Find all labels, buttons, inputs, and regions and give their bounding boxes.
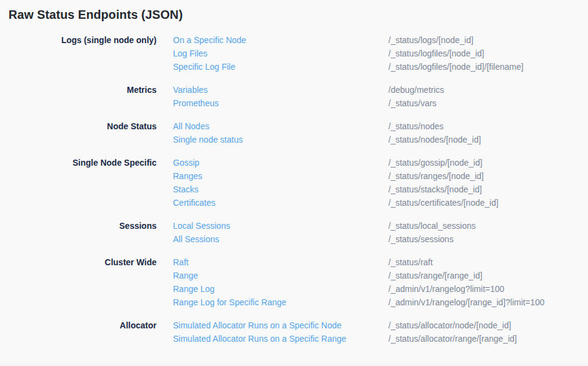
endpoint-link[interactable]: Ranges (173, 169, 388, 183)
section-category-label: Single Node Specific (0, 156, 173, 209)
endpoint-path: /_status/local_sessions (388, 219, 588, 232)
endpoint-path: /_status/nodes/[node_id] (388, 133, 588, 146)
raw-status-endpoints-page: Raw Status Endpoints (JSON) Logs (single… (0, 8, 588, 366)
endpoint-links-column: GossipRangesStacksCertificates (173, 156, 388, 209)
endpoint-paths-column: /_status/allocator/node/[node_id]/_statu… (388, 319, 588, 345)
endpoint-section: Node Status All NodesSingle node status … (0, 120, 588, 146)
endpoint-link[interactable]: Raft (173, 256, 388, 269)
endpoint-section: Sessions Local SessionsAll Sessions /_st… (0, 219, 588, 246)
endpoint-link[interactable]: Simulated Allocator Runs on a Specific N… (173, 319, 388, 332)
endpoint-links-column: VariablesPrometheus (173, 83, 388, 110)
endpoint-path: /_status/nodes (388, 120, 588, 133)
endpoint-section: Single Node Specific GossipRangesStacksC… (0, 156, 588, 209)
endpoint-link[interactable]: Single node status (173, 133, 388, 146)
endpoint-path: /_status/gossip/[node_id] (388, 156, 588, 169)
endpoint-path: /_status/stacks/[node_id] (388, 183, 588, 196)
endpoint-paths-column: /debug/metrics/_status/vars (388, 83, 588, 110)
endpoint-links-column: All NodesSingle node status (173, 120, 388, 146)
endpoint-path: /_status/logs/[node_id] (388, 33, 588, 47)
endpoint-section: Cluster Wide RaftRangeRange LogRange Log… (0, 256, 588, 309)
endpoint-link[interactable]: Range (173, 269, 388, 282)
endpoint-path: /_status/certificates/[node_id] (388, 196, 588, 209)
endpoint-paths-column: /_status/logs/[node_id]/_status/logfiles… (388, 33, 588, 73)
endpoint-path: /_status/logfiles/[node_id] (388, 47, 588, 60)
endpoint-path: /_status/allocator/range/[range_id] (388, 332, 588, 345)
endpoint-link[interactable]: Range Log (173, 282, 388, 296)
page-bottom-shade (0, 358, 588, 366)
endpoint-path: /debug/metrics (388, 83, 588, 97)
endpoint-link[interactable]: Simulated Allocator Runs on a Specific R… (173, 332, 388, 345)
endpoints-table: Logs (single node only) On a Specific No… (0, 33, 588, 345)
section-category-label: Node Status (0, 120, 173, 146)
section-category-label: Cluster Wide (0, 256, 173, 309)
endpoint-paths-column: /_status/raft/_status/range/[range_id]/_… (388, 256, 588, 309)
section-category-label: Sessions (0, 219, 173, 246)
endpoint-path: /_admin/v1/rangelog/[range_id]?limit=100 (388, 296, 588, 309)
endpoint-path: /_admin/v1/rangelog?limit=100 (388, 282, 588, 296)
endpoint-link[interactable]: Stacks (173, 183, 388, 196)
endpoint-paths-column: /_status/nodes/_status/nodes/[node_id] (388, 120, 588, 146)
endpoint-section: Allocator Simulated Allocator Runs on a … (0, 319, 588, 345)
endpoint-link[interactable]: All Nodes (173, 120, 388, 133)
endpoint-link[interactable]: On a Specific Node (173, 33, 388, 47)
endpoint-link[interactable]: All Sessions (173, 232, 388, 246)
endpoint-path: /_status/raft (388, 256, 588, 269)
endpoint-link[interactable]: Range Log for Specific Range (173, 296, 388, 309)
endpoint-paths-column: /_status/local_sessions/_status/sessions (388, 219, 588, 246)
endpoint-link[interactable]: Gossip (173, 156, 388, 169)
section-category-label: Allocator (0, 319, 173, 345)
endpoint-links-column: Simulated Allocator Runs on a Specific N… (173, 319, 388, 345)
endpoint-link[interactable]: Local Sessions (173, 219, 388, 232)
endpoint-link[interactable]: Prometheus (173, 97, 388, 110)
section-category-label: Logs (single node only) (0, 33, 173, 73)
endpoint-link[interactable]: Specific Log File (173, 60, 388, 73)
endpoint-path: /_status/range/[range_id] (388, 269, 588, 282)
endpoint-path: /_status/sessions (388, 232, 588, 246)
endpoint-links-column: On a Specific NodeLog FilesSpecific Log … (173, 33, 388, 73)
endpoint-link[interactable]: Log Files (173, 47, 388, 60)
page-title: Raw Status Endpoints (JSON) (8, 8, 588, 22)
endpoint-path: /_status/logfiles/[node_id]/[filename] (388, 60, 588, 73)
endpoint-links-column: RaftRangeRange LogRange Log for Specific… (173, 256, 388, 309)
endpoint-path: /_status/vars (388, 97, 588, 110)
endpoint-section: Metrics VariablesPrometheus /debug/metri… (0, 83, 588, 110)
endpoint-section: Logs (single node only) On a Specific No… (0, 33, 588, 73)
section-category-label: Metrics (0, 83, 173, 110)
endpoint-link[interactable]: Certificates (173, 196, 388, 209)
endpoint-link[interactable]: Variables (173, 83, 388, 97)
endpoint-path: /_status/ranges/[node_id] (388, 169, 588, 183)
endpoint-paths-column: /_status/gossip/[node_id]/_status/ranges… (388, 156, 588, 209)
endpoint-path: /_status/allocator/node/[node_id] (388, 319, 588, 332)
endpoint-links-column: Local SessionsAll Sessions (173, 219, 388, 246)
